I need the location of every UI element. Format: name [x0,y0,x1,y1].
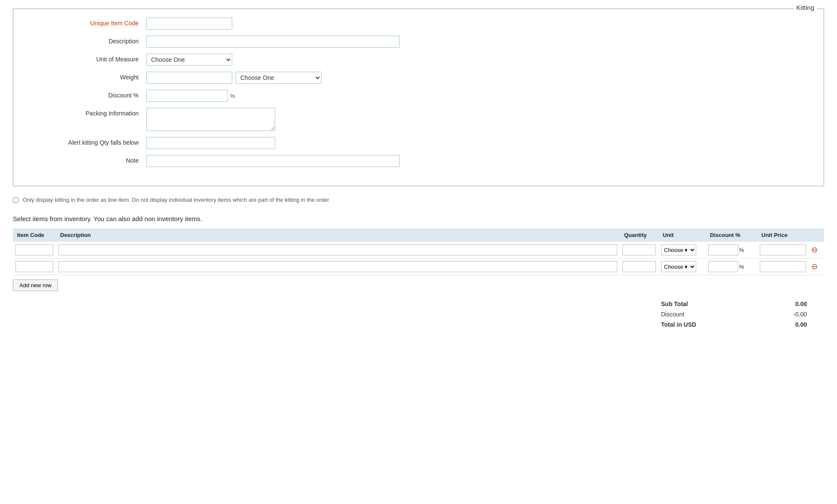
weight-input[interactable] [146,72,232,84]
note-label: Note [26,155,146,164]
totals-section: Sub Total 0.00 Discount -0.00 Total in U… [13,299,824,330]
sub-total-label: Sub Total [661,301,688,307]
weight-unit-select[interactable]: Choose One [236,72,321,84]
row2-description-cell [56,258,620,275]
col-header-action [809,228,824,242]
alert-qty-input[interactable] [146,137,275,149]
items-table-body: Choose ▾ % ⊖ [13,242,824,275]
row1-remove-button[interactable]: ⊖ [811,246,818,254]
row2-discount-wrap: % [708,261,755,272]
alert-qty-row: Alert kitting Qty falls below [26,137,811,149]
kitting-section: Kitting Unique Item Code Description Uni… [13,9,824,186]
row1-discount-wrap: % [708,244,755,255]
row2-quantity-input[interactable] [622,261,656,272]
discount-group: % [146,90,235,102]
discount-total-row: Discount -0.00 [661,309,807,319]
row2-quantity-cell [620,258,658,275]
weight-label: Weight [26,72,146,81]
add-new-row-button[interactable]: Add new row [13,279,58,291]
col-header-item-code: Item Code [13,228,56,242]
discount-total-label: Discount [661,311,684,318]
row1-item-code-cell [13,242,56,258]
display-kitting-label: Only display kitting in the order as lin… [23,197,329,203]
description-label: Description [26,36,146,45]
row1-description-cell [56,242,620,258]
row2-discount-input[interactable] [708,261,738,272]
total-label: Total in USD [661,321,696,328]
alert-qty-label: Alert kitting Qty falls below [26,137,146,146]
row2-unit-price-cell [757,258,809,275]
row1-unit-select[interactable]: Choose ▾ [661,244,696,255]
row2-discount-cell: % [706,258,757,275]
unique-item-code-input[interactable] [146,18,232,30]
unit-of-measure-row: Unit of Measure Choose One [26,54,811,66]
kitting-title: Kitting [794,4,817,11]
unique-item-code-row: Unique Item Code [26,18,811,30]
total-row: Total in USD 0.00 [661,319,807,330]
total-value: 0.00 [773,321,807,328]
row2-description-input[interactable] [58,261,617,272]
packing-info-row: Packing Information [26,108,811,131]
row2-item-code-input[interactable] [15,261,53,272]
row2-pct-symbol: % [738,264,744,270]
table-row: Choose ▾ % ⊖ [13,242,824,258]
col-header-quantity: Quantity [620,228,658,242]
display-kitting-checkbox-row: Only display kitting in the order as lin… [13,197,824,203]
unit-of-measure-label: Unit of Measure [26,54,146,63]
row1-unit-price-input[interactable] [760,244,806,255]
row1-description-input[interactable] [58,244,617,255]
col-header-unit-price: Unit Price [757,228,809,242]
items-table-header: Item Code Description Quantity Unit Disc… [13,228,824,242]
row2-unit-select[interactable]: Choose ▾ [661,261,696,272]
row1-discount-input[interactable] [708,244,738,255]
sub-total-row: Sub Total 0.00 [661,299,807,309]
discount-total-value: -0.00 [773,311,807,318]
discount-label: Discount % [26,90,146,99]
note-input[interactable] [146,155,400,167]
inventory-section-heading: Select items from inventory. You can als… [13,215,824,222]
row1-quantity-input[interactable] [622,244,656,255]
weight-group: Choose One [146,72,321,84]
weight-row: Weight Choose One [26,72,811,84]
row1-quantity-cell [620,242,658,258]
description-input[interactable] [146,36,400,48]
col-header-discount: Discount % [706,228,757,242]
row1-unit-cell: Choose ▾ [658,242,706,258]
row2-remove-button[interactable]: ⊖ [811,263,818,270]
row2-unit-price-input[interactable] [760,261,806,272]
col-header-description: Description [56,228,620,242]
unit-of-measure-select[interactable]: Choose One [146,54,232,66]
row2-item-code-cell [13,258,56,275]
note-row: Note [26,155,811,167]
row1-pct-symbol: % [738,247,744,253]
packing-info-textarea[interactable] [146,108,275,131]
row1-discount-cell: % [706,242,757,258]
table-row: Choose ▾ % ⊖ [13,258,824,275]
row1-unit-price-cell [757,242,809,258]
packing-info-label: Packing Information [26,108,146,117]
discount-row: Discount % % [26,90,811,102]
unique-item-code-label: Unique Item Code [26,18,146,27]
sub-total-value: 0.00 [773,301,807,307]
row2-unit-cell: Choose ▾ [658,258,706,275]
items-table: Item Code Description Quantity Unit Disc… [13,228,824,275]
col-header-unit: Unit [658,228,706,242]
row2-action-cell: ⊖ [809,258,824,275]
row1-action-cell: ⊖ [809,242,824,258]
discount-input[interactable] [146,90,228,102]
description-row: Description [26,36,811,48]
display-kitting-checkbox[interactable] [13,197,18,203]
row1-item-code-input[interactable] [15,244,53,255]
percent-symbol: % [229,93,235,99]
